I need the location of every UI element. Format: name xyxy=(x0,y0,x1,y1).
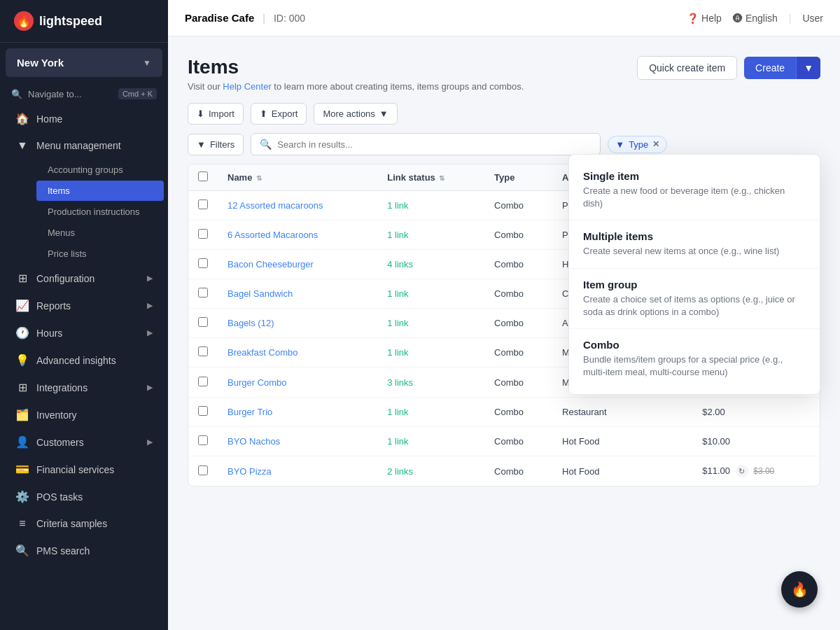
dropdown-item-item-group[interactable]: Item group Create a choice set of items … xyxy=(569,269,820,329)
more-actions-button[interactable]: More actions ▼ xyxy=(314,103,397,125)
search-icon: 🔍 xyxy=(11,89,22,99)
item-name-link[interactable]: BYO Pizza xyxy=(227,466,272,477)
sidebar-item-menu-management[interactable]: ▼ Menu management xyxy=(4,133,164,158)
link-count[interactable]: 1 link xyxy=(387,347,408,358)
link-count[interactable]: 1 link xyxy=(387,288,408,299)
sync-icon[interactable]: ↻ xyxy=(736,465,748,477)
search-wrapper: 🔍 xyxy=(251,133,601,155)
sidebar-item-accounting-groups[interactable]: Accounting groups xyxy=(36,160,164,180)
table-row: Burger Trio 1 link Combo Restaurant $2.0… xyxy=(188,398,820,427)
item-name-link[interactable]: Bagel Sandwich xyxy=(227,288,293,299)
row-checkbox[interactable] xyxy=(198,406,208,416)
sidebar-item-label: POS tasks xyxy=(36,491,83,503)
item-name-link[interactable]: Breakfast Combo xyxy=(227,347,298,358)
item-type: Combo xyxy=(484,309,552,338)
item-type: Combo xyxy=(484,279,552,309)
sidebar-item-production-instructions[interactable]: Production instructions xyxy=(36,202,164,222)
sidebar-item-items[interactable]: Items xyxy=(36,181,164,201)
select-all-checkbox[interactable] xyxy=(198,172,208,181)
row-checkbox[interactable] xyxy=(198,435,208,445)
link-count[interactable]: 1 link xyxy=(387,200,408,211)
filter-bar: ▼ Filters 🔍 ▼ Type ✕ xyxy=(188,133,820,155)
item-type: Combo xyxy=(484,191,552,220)
link-count[interactable]: 3 links xyxy=(387,377,413,388)
filters-button[interactable]: ▼ Filters xyxy=(188,134,244,155)
sidebar-item-inventory[interactable]: 🗂️ Inventory xyxy=(4,402,164,428)
link-count[interactable]: 1 link xyxy=(387,436,408,447)
create-button-main[interactable]: Create xyxy=(744,57,796,79)
sort-icon[interactable]: ⇅ xyxy=(439,174,444,182)
row-checkbox[interactable] xyxy=(198,317,208,327)
item-name-link[interactable]: Burger Trio xyxy=(227,407,272,417)
content-area: Items Visit our Help Center to learn mor… xyxy=(168,36,840,630)
sort-icon[interactable]: ⇅ xyxy=(256,174,262,182)
search-icon: 🔍 xyxy=(15,544,29,557)
item-name-link[interactable]: BYO Nachos xyxy=(227,436,280,447)
item-type: Combo xyxy=(484,456,552,486)
help-button[interactable]: ❓ Help xyxy=(687,13,722,24)
location-selector[interactable]: New York ▼ xyxy=(6,48,162,77)
row-checkbox[interactable] xyxy=(198,465,208,475)
item-type: Combo xyxy=(484,338,552,368)
sidebar-item-configuration[interactable]: ⊞ Configuration ▶ xyxy=(4,265,164,291)
item-name-link[interactable]: Bacon Cheeseburger xyxy=(227,259,314,270)
dropdown-item-combo[interactable]: Combo Bundle items/item groups for a spe… xyxy=(569,329,820,388)
sidebar-item-price-lists[interactable]: Price lists xyxy=(36,244,164,264)
link-count[interactable]: 1 link xyxy=(387,230,408,240)
grid-icon: ⊞ xyxy=(15,272,29,285)
menu-icon: ▼ xyxy=(15,139,29,152)
chevron-down-icon: ▼ xyxy=(379,108,388,119)
sidebar-item-financial-services[interactable]: 💳 Financial services xyxy=(4,456,164,482)
main-content: Paradise Cafe | ID: 000 ❓ Help 🅐 English… xyxy=(168,0,840,630)
dropdown-item-single-item[interactable]: Single item Create a new food or beverag… xyxy=(569,160,820,220)
row-checkbox[interactable] xyxy=(198,200,208,209)
link-count[interactable]: 1 link xyxy=(387,318,408,328)
import-button[interactable]: ⬇ Import xyxy=(188,103,244,125)
sidebar-item-pos-tasks[interactable]: ⚙️ POS tasks xyxy=(4,484,164,510)
export-button[interactable]: ⬆ Export xyxy=(251,103,307,125)
create-dropdown-arrow[interactable]: ▼ xyxy=(796,57,820,79)
table-row: BYO Nachos 1 link Combo Hot Food $10.00 xyxy=(188,427,820,456)
sidebar-item-label: Configuration xyxy=(36,273,94,284)
language-selector[interactable]: 🅐 English xyxy=(733,13,778,24)
sidebar-item-criteria-samples[interactable]: ≡ Criteria samples xyxy=(4,511,164,536)
row-checkbox[interactable] xyxy=(198,377,208,386)
item-name-link[interactable]: Bagels (12) xyxy=(227,318,274,328)
expand-icon: ▶ xyxy=(147,301,153,310)
navigate-search[interactable]: 🔍 Navigate to... Cmd + K xyxy=(0,83,168,105)
settings-icon: ⚙️ xyxy=(15,490,29,503)
sidebar-item-integrations[interactable]: ⊞ Integrations ▶ xyxy=(4,374,164,400)
item-name-link[interactable]: 6 Assorted Macaroons xyxy=(227,230,318,240)
help-center-link[interactable]: Help Center xyxy=(223,81,271,92)
dropdown-item-title: Item group xyxy=(583,279,806,290)
search-input[interactable] xyxy=(277,139,592,150)
expand-icon: ▶ xyxy=(147,328,153,337)
integrations-icon: ⊞ xyxy=(15,381,29,394)
link-count[interactable]: 2 links xyxy=(387,466,413,477)
sidebar-item-reports[interactable]: 📈 Reports ▶ xyxy=(4,293,164,318)
sidebar-item-advanced-insights[interactable]: 💡 Advanced insights xyxy=(4,347,164,373)
row-checkbox[interactable] xyxy=(198,346,208,356)
item-name-link[interactable]: 12 Assorted macaroons xyxy=(227,200,323,211)
remove-filter-button[interactable]: ✕ xyxy=(652,139,659,149)
expand-icon: ▶ xyxy=(147,274,153,283)
sidebar-item-menus[interactable]: Menus xyxy=(36,223,164,243)
dropdown-item-multiple-items[interactable]: Multiple items Create several new items … xyxy=(569,220,820,268)
quick-create-button[interactable]: Quick create item xyxy=(637,56,737,80)
topbar-right: ❓ Help 🅐 English | User xyxy=(687,13,823,24)
row-checkbox[interactable] xyxy=(198,229,208,239)
cafe-id: ID: 000 xyxy=(274,13,305,24)
sidebar-item-customers[interactable]: 👤 Customers ▶ xyxy=(4,429,164,455)
sidebar-item-label: Menu management xyxy=(36,140,121,151)
sidebar-item-hours[interactable]: 🕐 Hours ▶ xyxy=(4,320,164,346)
sidebar-item-home[interactable]: 🏠 Home xyxy=(4,106,164,132)
page-title: Items xyxy=(188,56,524,78)
link-count[interactable]: 1 link xyxy=(387,407,408,417)
row-checkbox[interactable] xyxy=(198,288,208,298)
row-checkbox[interactable] xyxy=(198,258,208,268)
user-menu[interactable]: User xyxy=(802,13,823,24)
sidebar-item-pms-search[interactable]: 🔍 PMS search xyxy=(4,538,164,564)
fab-button[interactable]: 🔥 xyxy=(781,571,818,608)
link-count[interactable]: 4 links xyxy=(387,259,413,270)
item-name-link[interactable]: Burger Combo xyxy=(227,377,287,388)
